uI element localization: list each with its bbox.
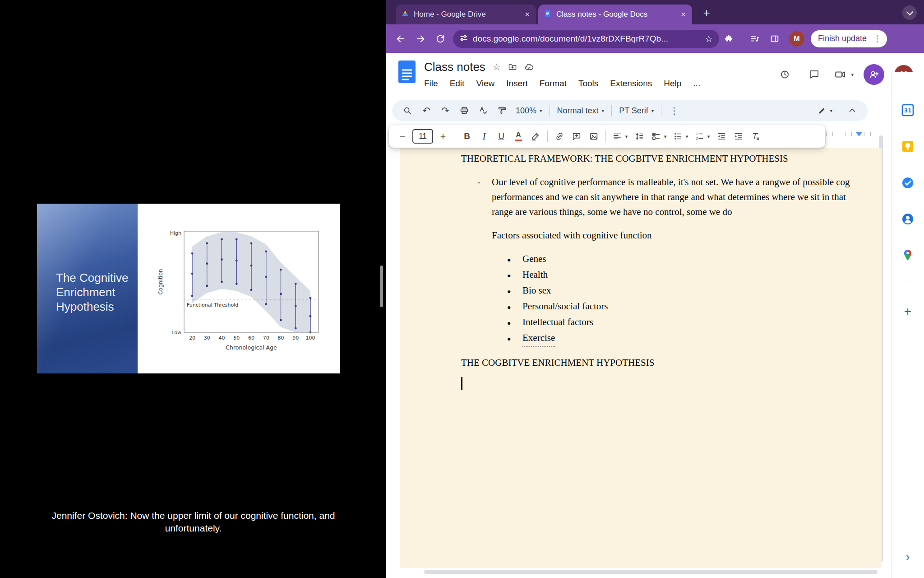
chevron-down-icon: ▾: [851, 72, 854, 78]
paragraph-style-select[interactable]: Normal text ▾: [554, 106, 608, 116]
bullet-text: Exercise: [522, 331, 555, 347]
side-panel-strip: 31 + ›: [891, 72, 924, 578]
back-button[interactable]: [391, 29, 411, 49]
highlight-color-icon[interactable]: [527, 128, 544, 144]
forward-button[interactable]: [411, 29, 430, 49]
insert-image-icon[interactable]: [586, 128, 602, 144]
add-addon-icon[interactable]: +: [899, 303, 917, 321]
print-icon[interactable]: [455, 102, 473, 119]
checklist-icon[interactable]: ▾: [648, 128, 669, 144]
text-color-icon[interactable]: A: [510, 128, 527, 144]
paint-format-icon[interactable]: [493, 102, 511, 119]
docs-document-icon[interactable]: [398, 60, 416, 85]
maps-icon[interactable]: [899, 246, 917, 264]
increase-font-size-icon[interactable]: +: [435, 128, 451, 144]
more-toolbar-icon[interactable]: ⋮: [665, 102, 683, 119]
menu-help[interactable]: Help: [664, 79, 681, 89]
reload-button[interactable]: [430, 29, 450, 49]
collapse-panel-icon[interactable]: ›: [906, 550, 910, 564]
tab-google-drive[interactable]: Home - Google Drive ×: [396, 5, 536, 24]
redo-icon[interactable]: ↷: [436, 102, 454, 119]
hide-menus-icon[interactable]: [843, 102, 861, 119]
document-horizontal-scrollbar[interactable]: [424, 570, 878, 574]
meet-presentation-button[interactable]: ▾: [834, 69, 854, 80]
italic-icon[interactable]: I: [476, 128, 492, 144]
insert-link-icon[interactable]: [551, 128, 568, 144]
decrease-indent-icon[interactable]: [713, 128, 730, 144]
bookmark-star-icon[interactable]: ☆: [705, 33, 713, 44]
underline-icon[interactable]: U: [493, 128, 509, 144]
finish-update-button[interactable]: Finish update ⋮: [811, 30, 887, 47]
site-settings-icon[interactable]: [459, 33, 468, 44]
menu-more[interactable]: ...: [693, 79, 700, 89]
chevron-down-icon: ▾: [707, 134, 710, 140]
menu-view[interactable]: View: [476, 79, 494, 89]
docs-favicon-icon: [544, 9, 552, 19]
dash-item-text: Our level of cognitive performance is ma…: [492, 175, 857, 219]
browser-menu-icon[interactable]: ⋮: [870, 33, 884, 44]
menu-file[interactable]: File: [424, 79, 438, 89]
keep-icon[interactable]: [899, 137, 917, 155]
tab-close-icon[interactable]: ×: [680, 9, 687, 19]
menu-extensions[interactable]: Extensions: [610, 79, 652, 89]
browser-profile-avatar[interactable]: M: [789, 31, 804, 47]
calendar-icon[interactable]: 31: [899, 101, 917, 119]
increase-indent-icon[interactable]: [730, 128, 747, 144]
tab-search-chevron-icon[interactable]: [902, 5, 917, 20]
document-page[interactable]: THEORETICAL FRAMEWORK: THE COGBITVE ENRI…: [400, 148, 882, 568]
video-player-pane[interactable]: The Cognitive Enrichment Hypothesis High…: [0, 0, 386, 578]
move-folder-icon[interactable]: [508, 62, 517, 71]
bold-icon[interactable]: B: [459, 128, 475, 144]
svg-text:60: 60: [248, 335, 254, 341]
cloud-status-icon[interactable]: [524, 62, 534, 72]
media-controls-icon[interactable]: [745, 29, 765, 49]
side-panel-icon[interactable]: [765, 29, 785, 49]
comments-icon[interactable]: [804, 65, 824, 84]
screen: The Cognitive Enrichment Hypothesis High…: [0, 0, 924, 578]
menu-insert[interactable]: Insert: [506, 79, 528, 89]
extensions-icon[interactable]: [719, 29, 739, 49]
undo-icon[interactable]: ↶: [417, 102, 435, 119]
style-value: Normal text: [557, 106, 599, 116]
spell-check-icon[interactable]: [474, 102, 492, 119]
docs-header: Class notes ☆ FileEditViewInsertFormatTo…: [386, 53, 924, 101]
editing-mode-select[interactable]: ▾: [814, 106, 836, 115]
numbered-list-icon[interactable]: 12 ▾: [692, 128, 712, 144]
svg-text:70: 70: [263, 335, 269, 341]
video-pane-scrollbar[interactable]: [380, 266, 383, 307]
menu-edit[interactable]: Edit: [450, 79, 465, 89]
bulleted-list-icon[interactable]: ▾: [670, 128, 691, 144]
chart-high-label: High: [170, 230, 181, 236]
tab-google-docs[interactable]: Class notes - Google Docs ×: [538, 5, 692, 24]
chevron-down-icon: ▾: [602, 108, 605, 114]
clear-formatting-icon[interactable]: [748, 128, 764, 144]
contacts-icon[interactable]: [899, 210, 917, 228]
zoom-select[interactable]: 100% ▾: [512, 106, 546, 116]
toolbar-divider: [455, 131, 455, 142]
align-icon[interactable]: ▾: [610, 128, 630, 144]
bullet-dot: ●: [507, 268, 522, 283]
toolbar-divider: [661, 105, 661, 117]
bullet-item: ●Intellectual factors: [507, 315, 857, 331]
search-menus-icon[interactable]: [398, 102, 416, 119]
ruler-indent-marker[interactable]: [856, 132, 862, 136]
share-button[interactable]: [864, 64, 884, 85]
document-title[interactable]: Class notes: [424, 60, 485, 74]
font-select[interactable]: PT Serif ▾: [615, 106, 657, 116]
decrease-font-size-icon[interactable]: −: [394, 128, 411, 144]
add-comment-icon[interactable]: [568, 128, 585, 144]
version-history-icon[interactable]: [775, 65, 795, 84]
line-spacing-icon[interactable]: [631, 128, 647, 144]
tab-close-icon[interactable]: ×: [524, 9, 531, 19]
toolbar-divider: [550, 105, 550, 117]
menu-format[interactable]: Format: [540, 79, 567, 89]
address-bar[interactable]: docs.google.com/document/d/1vz8rDXFBqrR7…: [453, 30, 719, 48]
menu-tools[interactable]: Tools: [578, 79, 598, 89]
chevron-down-icon: ▾: [651, 108, 654, 114]
tasks-icon[interactable]: [899, 174, 917, 192]
doc-heading-2: THE COGBITVE ENRICHMENT HYPOTHESIS: [461, 355, 857, 370]
tab-label: Class notes - Google Docs: [556, 10, 675, 19]
star-document-icon[interactable]: ☆: [493, 61, 501, 72]
new-tab-button[interactable]: +: [700, 6, 713, 20]
font-size-value[interactable]: 11: [412, 129, 433, 144]
